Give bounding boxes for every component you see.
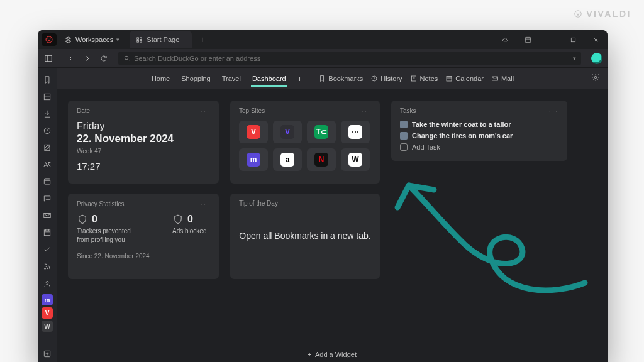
nav-forward-button[interactable]: [80, 52, 94, 65]
top-site-wikipedia[interactable]: W: [341, 148, 370, 171]
task-item[interactable]: Take the winter coat to a tailor: [400, 121, 558, 128]
svg-rect-2: [137, 37, 139, 39]
top-site-techcrunch[interactable]: T⊂: [307, 121, 336, 143]
panel-reading-list-icon[interactable]: [38, 89, 57, 105]
profile-avatar[interactable]: [591, 53, 602, 64]
workspaces-button[interactable]: Workspaces ▾: [59, 33, 125, 47]
svg-rect-7: [571, 38, 575, 41]
add-widget-button[interactable]: + Add a Widget: [57, 351, 608, 358]
svg-point-17: [46, 282, 48, 284]
panel-tasks-icon[interactable]: [38, 241, 57, 258]
date-widget: Date··· Friday 22. November 2024 Week 47…: [68, 101, 219, 184]
svg-rect-22: [492, 77, 497, 80]
start-page: HomeShoppingTravelDashboard + Bookmarks …: [57, 68, 608, 362]
nav-notes[interactable]: Notes: [410, 75, 438, 82]
svg-rect-13: [44, 179, 50, 184]
panel-sidebar: mVW: [38, 68, 57, 362]
panel-webpanel-vivaldi[interactable]: V: [42, 307, 53, 319]
top-site-netflix[interactable]: N: [307, 148, 336, 171]
widget-menu-icon[interactable]: ···: [362, 107, 371, 114]
svg-point-0: [575, 11, 582, 18]
svg-rect-21: [447, 77, 452, 82]
minimize-button[interactable]: [540, 30, 561, 49]
tip-body: Open all Bookmarks in a new tab.: [239, 213, 371, 252]
svg-rect-15: [44, 230, 50, 236]
top-site-amazon[interactable]: a: [273, 148, 302, 171]
panel-mail-icon[interactable]: [38, 207, 57, 224]
svg-rect-10: [44, 94, 50, 99]
tip-of-day-widget: Tip of the Day Open all Bookmarks in a n…: [230, 194, 380, 279]
chevron-down-icon[interactable]: ▾: [573, 55, 576, 62]
nav-calendar[interactable]: Calendar: [445, 75, 484, 82]
dashboard: Date··· Friday 22. November 2024 Week 47…: [57, 89, 608, 362]
maximize-button[interactable]: [562, 30, 584, 49]
collapse-toolbar-button[interactable]: [517, 30, 538, 49]
panel-translate-icon[interactable]: [38, 156, 57, 173]
panel-window-icon[interactable]: [38, 173, 57, 190]
nav-back-button[interactable]: [64, 52, 78, 65]
svg-rect-6: [525, 37, 530, 42]
browser-window: Workspaces ▾ Start Page +: [38, 30, 608, 362]
chevron-down-icon: ▾: [116, 36, 119, 43]
speed-dial-tab-dashboard[interactable]: Dashboard: [251, 68, 287, 89]
top-site-mastodon[interactable]: m: [239, 148, 268, 171]
search-icon: [123, 55, 130, 62]
nav-mail[interactable]: Mail: [491, 75, 514, 82]
vivaldi-menu-button[interactable]: [42, 33, 57, 46]
panel-feeds-icon[interactable]: [38, 258, 57, 275]
browser-tab[interactable]: Start Page: [130, 31, 192, 48]
speed-dial-tab-shopping[interactable]: Shopping: [180, 68, 212, 89]
widget-menu-icon[interactable]: ···: [201, 107, 210, 114]
close-button[interactable]: [585, 30, 606, 49]
nav-history[interactable]: History: [370, 75, 402, 82]
svg-point-16: [45, 268, 46, 270]
privacy-stats-widget: Privacy Statistics··· 0 Trackers prevent…: [68, 194, 219, 279]
panel-history-icon[interactable]: [38, 123, 57, 139]
address-bar[interactable]: ▾: [118, 52, 581, 65]
navigation-bar: ▾: [38, 49, 608, 68]
add-panel-button[interactable]: [38, 346, 57, 362]
date-week: Week 47: [77, 148, 210, 155]
panel-downloads-icon[interactable]: [38, 106, 57, 122]
titlebar: Workspaces ▾ Start Page +: [38, 30, 608, 49]
panel-toggle-button[interactable]: [42, 52, 55, 65]
settings-gear-icon[interactable]: [591, 73, 600, 83]
stats-since: Since 22. November 2024: [77, 253, 210, 260]
tab-title: Start Page: [147, 36, 179, 43]
vivaldi-brand: VIVALDI: [574, 9, 631, 19]
panel-webpanel-wikipedia[interactable]: W: [42, 321, 53, 332]
svg-rect-8: [45, 55, 52, 61]
speed-dial-tab-home[interactable]: Home: [150, 68, 171, 89]
sync-cloud-button[interactable]: [494, 30, 516, 49]
speed-dial-nav: HomeShoppingTravelDashboard + Bookmarks …: [57, 68, 608, 89]
top-site-vivaldi[interactable]: V: [239, 121, 268, 143]
speed-dial-add-button[interactable]: +: [296, 68, 304, 89]
panel-webpanel-mastodon[interactable]: m: [42, 294, 53, 305]
new-tab-button[interactable]: +: [196, 35, 209, 45]
svg-rect-5: [140, 40, 142, 42]
top-sites-widget: Top Sites··· VVT⊂⋯maNW: [230, 101, 380, 184]
address-input[interactable]: [134, 55, 569, 62]
svg-rect-3: [140, 37, 142, 39]
svg-rect-4: [137, 40, 139, 42]
panel-calendar-icon[interactable]: [38, 224, 57, 241]
widget-menu-icon[interactable]: ···: [549, 107, 558, 114]
panel-contacts-icon[interactable]: [38, 275, 57, 292]
nav-bookmarks[interactable]: Bookmarks: [318, 75, 363, 82]
top-site-vivaldi-forum[interactable]: V: [273, 121, 302, 143]
date-full: 22. November 2024: [77, 133, 210, 145]
tasks-widget: Tasks··· Take the winter coat to a tailo…: [391, 101, 567, 161]
task-item[interactable]: Change the tires on mom's car: [400, 132, 558, 140]
reload-button[interactable]: [97, 52, 111, 65]
panel-notes-icon[interactable]: [38, 140, 57, 156]
add-task-button[interactable]: Add Task: [400, 143, 558, 151]
date-time: 17:27: [77, 161, 210, 172]
widget-menu-icon[interactable]: ···: [201, 200, 210, 207]
panel-chat-icon[interactable]: [38, 190, 57, 207]
speed-dial-tab-travel[interactable]: Travel: [221, 68, 242, 89]
panel-bookmarks-icon[interactable]: [38, 72, 57, 88]
svg-point-23: [594, 76, 597, 79]
shield-icon: [77, 214, 88, 225]
shield-icon: [172, 214, 184, 225]
top-site-dotgrid[interactable]: ⋯: [341, 121, 370, 143]
